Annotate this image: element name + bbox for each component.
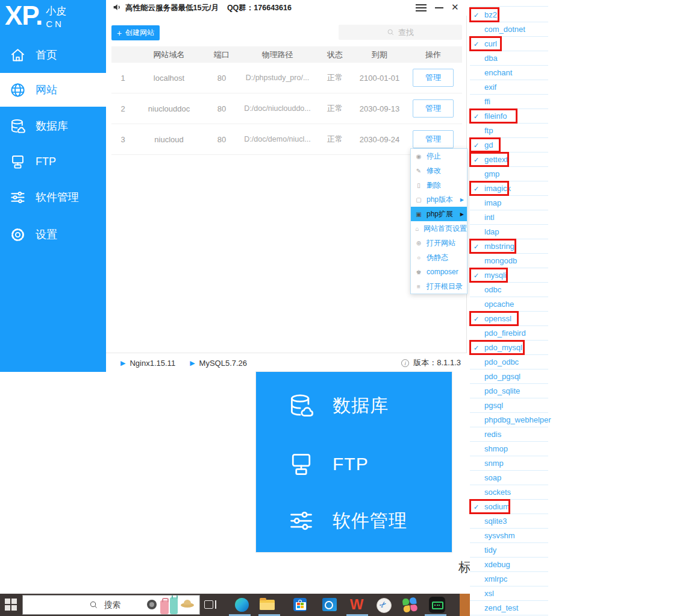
extension-item[interactable]: ✓ tidy — [470, 543, 548, 558]
site-table: 网站域名 端口 物理路径 状态 到期 操作 1 localhost 80 — [111, 46, 462, 155]
extension-item[interactable]: ✓ soap — [470, 471, 548, 485]
extension-item[interactable]: ✓ pdo_mysql — [470, 341, 548, 355]
extension-name: xdebug — [484, 560, 510, 569]
extension-item[interactable]: ✓ pdo_firebird — [470, 326, 548, 341]
window-minimize-button[interactable] — [435, 7, 443, 8]
find-input[interactable]: 查找 — [339, 25, 462, 40]
sidebar-item-database[interactable]: 数据库 — [0, 110, 106, 142]
extension-name: snmp — [484, 459, 504, 468]
sidebar-item-website[interactable]: 网站 — [0, 73, 106, 107]
row-status: 正常 — [315, 134, 355, 145]
start-icon[interactable] — [5, 599, 17, 611]
extension-item[interactable]: ✓ ffi — [470, 95, 548, 109]
extension-item[interactable]: ✓ pdo_odbc — [470, 355, 548, 369]
extension-item[interactable]: ✓ mongodb — [470, 254, 548, 268]
extension-item[interactable]: ✓ ldap — [470, 225, 548, 239]
manage-button[interactable]: 管理 — [413, 99, 454, 118]
taskbar-search-input[interactable]: 搜索 — [22, 595, 200, 615]
sidebar-item-software[interactable]: 软件管理 — [0, 181, 106, 213]
extension-item[interactable]: ✓ phpdbg_webhelper — [470, 413, 548, 427]
context-menu-item[interactable]: ◉ 停止 ▶ — [411, 149, 467, 163]
context-menu-item[interactable]: ▢ php版本 ▶ — [411, 192, 467, 207]
extension-item[interactable]: ✓ intl — [470, 210, 548, 225]
table-row[interactable]: 1 localhost 80 D:/phpstudy_pro/... 正常 21… — [111, 63, 462, 93]
context-menu-item[interactable]: ≡ 打开根目录 ▶ — [411, 279, 467, 294]
menu-item-icon: ⊕ — [415, 240, 422, 247]
extension-item[interactable]: ✓ imagick — [470, 181, 548, 196]
extension-item[interactable]: ✓ snmp — [470, 456, 548, 471]
extension-item[interactable]: ✓ xdebug — [470, 558, 548, 572]
wps-icon[interactable]: W — [348, 596, 365, 613]
store-icon[interactable] — [293, 598, 307, 611]
extension-item[interactable]: ✓ enchant — [470, 66, 548, 80]
extension-item[interactable]: ✓ xmlrpc — [470, 572, 548, 586]
task-view-icon[interactable] — [204, 598, 217, 611]
extension-name: pdo_pgsql — [484, 372, 520, 381]
extension-item[interactable]: ✓ zend_test — [470, 601, 548, 615]
extension-item[interactable]: ✓ odbc — [470, 283, 548, 297]
submenu-arrow-icon: ▶ — [460, 197, 464, 203]
php-extensions-list: ✓ bz2 ✓ com_dotnet ✓ curl ✓ — [470, 8, 548, 615]
sidebar-item-label: 网站 — [36, 83, 57, 97]
window-menu-button[interactable] — [416, 3, 427, 13]
extension-item[interactable]: ✓ shmop — [470, 442, 548, 456]
context-menu-item[interactable]: ♚ composer ▶ — [411, 265, 467, 279]
extension-item[interactable]: ✓ pdo_pgsql — [470, 369, 548, 384]
extension-item[interactable]: ✓ exif — [470, 80, 548, 95]
extension-item[interactable]: ✓ ftp — [470, 124, 548, 138]
extension-name: shmop — [484, 444, 508, 453]
extension-item[interactable]: ✓ gd — [470, 138, 548, 152]
terminal-icon[interactable] — [429, 597, 445, 613]
extension-item[interactable]: ✓ pdo_sqlite — [470, 384, 548, 398]
extension-item[interactable]: ✓ com_dotnet — [470, 22, 548, 37]
snip-icon[interactable] — [377, 598, 392, 613]
extension-item[interactable]: ✓ redis — [470, 427, 548, 442]
speaker-icon — [112, 2, 122, 12]
extension-item[interactable]: ✓ bz2 — [470, 8, 548, 22]
context-menu-item[interactable]: ✎ 修改 ▶ — [411, 163, 467, 178]
extension-item[interactable]: ✓ sysvshm — [470, 529, 548, 543]
edge-icon[interactable] — [235, 598, 249, 612]
manage-button[interactable]: 管理 — [413, 69, 454, 87]
sidebar-item-home[interactable]: 首页 — [0, 39, 106, 71]
row-domain: localhost — [134, 74, 204, 83]
service-status[interactable]: ▶ MySQL5.7.26 — [190, 359, 247, 368]
extension-item[interactable]: ✓ openssl — [470, 312, 548, 326]
service-status[interactable]: ▶ Nginx1.15.11 — [120, 359, 175, 368]
extension-item[interactable]: ✓ sodium — [470, 500, 548, 514]
extension-item[interactable]: ✓ curl — [470, 37, 548, 51]
extension-item[interactable]: ✓ fileinfo — [470, 109, 548, 124]
manage-button[interactable]: 管理 — [413, 130, 454, 148]
extension-item[interactable]: ✓ opcache — [470, 297, 548, 312]
extension-item[interactable]: ✓ dba — [470, 51, 548, 66]
extension-item[interactable]: ✓ sockets — [470, 485, 548, 500]
context-menu-item[interactable]: ▯ 删除 ▶ — [411, 178, 467, 192]
outlook-icon[interactable] — [322, 598, 337, 611]
sidebar-item-ftp[interactable]: FTP — [0, 145, 106, 178]
sidebar-item-settings[interactable]: 设置 — [0, 218, 106, 251]
extension-item[interactable]: ✓ mbstring — [470, 239, 548, 254]
context-menu-item[interactable]: ⌂ 网站首页设置 ▶ — [411, 221, 467, 236]
table-row[interactable]: 2 niuclouddoc 80 D:/doc/niuclouddo... 正常… — [111, 93, 462, 124]
context-menu-item[interactable]: ▣ php扩展 ▶ — [411, 207, 467, 221]
table-row[interactable]: 3 niucloud 80 D:/doc/demo/niucl... 正常 20… — [111, 124, 462, 155]
extension-item[interactable]: ✓ gmp — [470, 167, 548, 181]
extension-item[interactable]: ✓ xsl — [470, 586, 548, 601]
create-site-button[interactable]: + 创建网站 — [111, 25, 160, 40]
context-menu-item[interactable]: ⊕ 打开网站 ▶ — [411, 236, 467, 250]
info-icon: i — [401, 359, 409, 367]
extension-item[interactable]: ✓ gettext — [470, 152, 548, 167]
file-explorer-icon[interactable] — [260, 600, 275, 610]
window-close-button[interactable]: ✕ — [451, 1, 459, 13]
checkmark-icon: ✓ — [474, 37, 479, 51]
extension-item[interactable]: ✓ mysqli — [470, 268, 548, 283]
extension-item[interactable]: ✓ pgsql — [470, 398, 548, 413]
clover-icon[interactable] — [402, 597, 418, 613]
sliders-icon — [288, 508, 314, 534]
extension-name: sodium — [484, 502, 510, 511]
menu-item-label: php版本 — [427, 195, 453, 205]
context-menu-item[interactable]: ○ 伪静态 ▶ — [411, 250, 467, 265]
extension-item[interactable]: ✓ sqlite3 — [470, 514, 548, 529]
row-expire: 2100-01-01 — [355, 74, 404, 83]
extension-item[interactable]: ✓ imap — [470, 196, 548, 210]
